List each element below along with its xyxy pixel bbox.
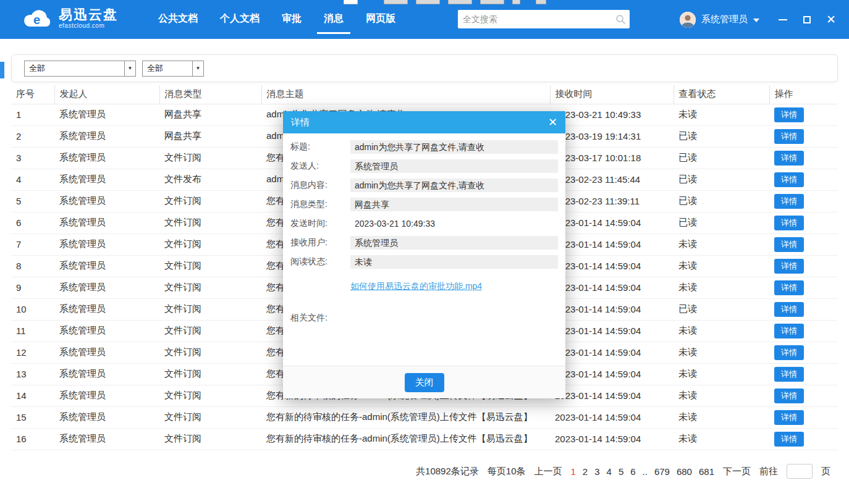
next-page-button[interactable]: 下一页 (723, 466, 751, 477)
dialog-close-button[interactable]: 关闭 (405, 373, 444, 392)
cell-action: 详情 (769, 277, 838, 298)
cell-seq: 9 (11, 277, 54, 298)
field-label: 标题: (290, 141, 350, 153)
cell-type: 文件订阅 (159, 363, 261, 385)
window-artifact (536, 0, 546, 4)
cell-status: 已读 (674, 190, 769, 212)
nav-item[interactable]: 个人文档 (220, 0, 260, 39)
read-status-select[interactable]: 全部 ▼ (142, 61, 204, 77)
page-number[interactable]: 3 (594, 466, 599, 477)
cell-action: 详情 (769, 125, 838, 147)
cell-time: 2023-01-14 14:59:04 (550, 212, 674, 233)
field-label: 消息类型: (290, 199, 350, 210)
maximize-button[interactable] (801, 14, 813, 25)
goto-page-input[interactable] (787, 464, 813, 479)
page-number[interactable]: 680 (677, 466, 692, 477)
user-caret-down-icon[interactable] (753, 19, 759, 22)
col-status: 查看状态 (674, 85, 769, 104)
minimize-button[interactable] (777, 14, 788, 25)
pagination: 共10892条记录 每页10条 上一页 123456..679680681 下一… (416, 462, 830, 481)
cell-action: 详情 (769, 147, 838, 169)
message-type-value: 全部 (25, 61, 124, 76)
table-row: 15系统管理员文件订阅您有新的待审核的任务-admin(系统管理员)上传文件【易… (11, 406, 838, 428)
detail-button[interactable]: 详情 (774, 107, 804, 122)
cell-subject: 您有新的待审核的任务-admin(系统管理员)上传文件【易迅云盘】 (261, 428, 550, 450)
cloud-logo-icon: e (21, 7, 54, 30)
message-type-select[interactable]: 全部 ▼ (24, 61, 136, 77)
cell-action: 详情 (769, 342, 838, 363)
detail-button[interactable]: 详情 (774, 432, 804, 447)
svg-text:e: e (33, 13, 40, 27)
page-number[interactable]: 6 (630, 466, 635, 477)
search-box (458, 10, 630, 28)
cell-time: 2023-03-17 10:01:18 (550, 147, 674, 169)
close-button[interactable]: ✕ (826, 14, 837, 25)
related-file-link[interactable]: 如何使用易迅云盘的审批功能.mp4 (350, 281, 482, 292)
filter-bar: 全部 ▼ 全部 ▼ (11, 54, 838, 82)
cell-sender: 系统管理员 (54, 169, 159, 190)
cell-action: 详情 (769, 406, 838, 428)
detail-button[interactable]: 详情 (774, 324, 804, 338)
detail-button[interactable]: 详情 (774, 367, 804, 382)
page-number[interactable]: 681 (699, 466, 714, 477)
detail-button[interactable]: 详情 (774, 345, 804, 360)
cell-time: 2023-01-14 14:59:04 (550, 320, 674, 342)
page-number[interactable]: 1 (571, 466, 576, 477)
page-number[interactable]: 2 (583, 466, 588, 477)
cell-seq: 2 (11, 125, 54, 147)
window-artifact (416, 0, 440, 4)
table-header-row: 序号 发起人 消息类型 消息主题 接收时间 查看状态 操作 (11, 85, 838, 104)
user-avatar (680, 12, 696, 28)
nav-item[interactable]: 公共文档 (158, 0, 198, 39)
chevron-down-icon: ▼ (124, 61, 135, 76)
dialog-field: 接收用户:系统管理员 (290, 236, 558, 250)
detail-button[interactable]: 详情 (774, 410, 804, 425)
main-nav: 公共文档个人文档审批消息网页版 (158, 0, 395, 39)
detail-button[interactable]: 详情 (774, 216, 804, 230)
detail-button[interactable]: 详情 (774, 194, 804, 209)
detail-button[interactable]: 详情 (774, 172, 804, 187)
detail-button[interactable]: 详情 (774, 151, 804, 166)
page-number[interactable]: 4 (607, 466, 612, 477)
cell-action: 详情 (769, 363, 838, 385)
detail-button[interactable]: 详情 (774, 237, 804, 252)
nav-item[interactable]: 消息 (324, 0, 344, 39)
cell-time: 2023-01-14 14:59:04 (550, 298, 674, 320)
dialog-body: 标题:admin为您共享了网盘文件,请查收发送人:系统管理员消息内容:admin… (283, 133, 565, 366)
cell-status: 已读 (674, 125, 769, 147)
cell-type: 文件订阅 (159, 190, 261, 212)
cell-time: 2023-01-14 14:59:04 (550, 428, 674, 450)
detail-button[interactable]: 详情 (774, 302, 804, 317)
cell-sender: 系统管理员 (54, 190, 159, 212)
related-files-section: 相关文件: 如何使用易迅云盘的审批功能.mp4 (290, 274, 558, 366)
nav-item[interactable]: 审批 (282, 0, 302, 39)
cell-status: 未读 (674, 342, 769, 363)
detail-button[interactable]: 详情 (774, 280, 804, 295)
detail-button[interactable]: 详情 (774, 388, 804, 403)
nav-item[interactable]: 网页版 (366, 0, 395, 39)
cell-action: 详情 (769, 190, 838, 212)
cell-type: 文件订阅 (159, 212, 261, 233)
field-value: admin为您共享了网盘文件,请查收 (350, 178, 558, 192)
related-files-label: 相关文件: (290, 313, 327, 324)
search-input[interactable] (458, 10, 611, 28)
cell-action: 详情 (769, 212, 838, 233)
col-time: 接收时间 (550, 85, 674, 104)
cell-status: 已读 (674, 169, 769, 190)
detail-button[interactable]: 详情 (774, 129, 804, 144)
cell-status: 未读 (674, 255, 769, 277)
page-number[interactable]: 679 (654, 466, 670, 477)
cell-action: 详情 (769, 298, 838, 320)
cell-type: 文件订阅 (159, 298, 261, 320)
search-icon[interactable] (611, 14, 630, 25)
cell-sender: 系统管理员 (54, 212, 159, 233)
cell-sender: 系统管理员 (54, 255, 159, 277)
prev-page-button[interactable]: 上一页 (534, 466, 562, 477)
brand: e 易迅云盘 efastcloud.com (21, 7, 118, 30)
dialog-close-icon[interactable]: ✕ (548, 117, 557, 128)
detail-button[interactable]: 详情 (774, 259, 804, 274)
window-artifact (512, 0, 520, 4)
cell-status: 未读 (674, 406, 769, 428)
table-row: 16系统管理员文件订阅您有新的待审核的任务-admin(系统管理员)上传文件【易… (11, 428, 838, 450)
page-number[interactable]: 5 (619, 466, 623, 477)
